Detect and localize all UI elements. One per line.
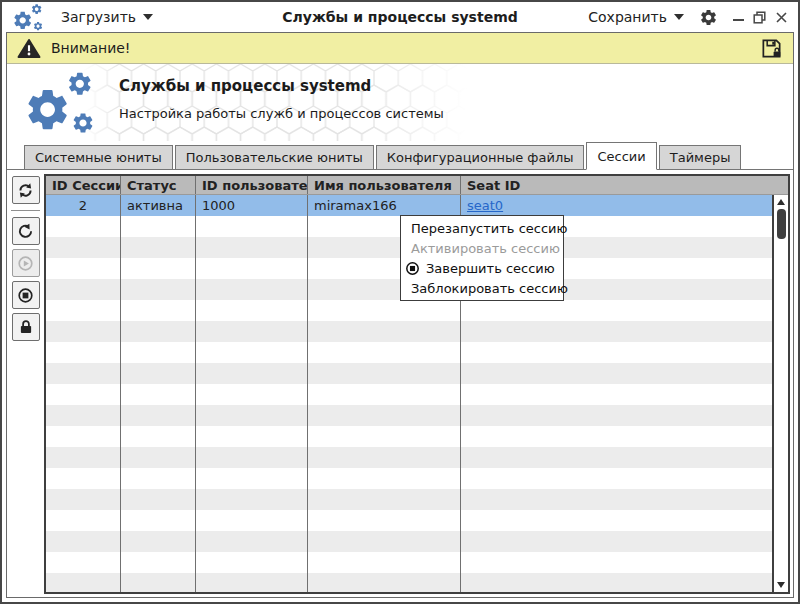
table-row[interactable] bbox=[46, 573, 772, 592]
save-menu-button[interactable]: Сохранить bbox=[588, 9, 684, 25]
lock-session-button[interactable] bbox=[12, 313, 40, 341]
session-toolbar bbox=[10, 174, 41, 594]
scrollbar-thumb[interactable] bbox=[777, 209, 786, 239]
seat-id-link[interactable]: seat0 bbox=[467, 198, 503, 213]
table-row-selected[interactable]: 2 активна 1000 miramax166 seat0 bbox=[46, 195, 772, 216]
menu-item-lock-session[interactable]: Заблокировать сессию bbox=[401, 278, 563, 298]
restore-icon[interactable] bbox=[753, 11, 766, 24]
cell-status: активна bbox=[121, 195, 196, 216]
menu-item-label: Завершить сессию bbox=[426, 261, 555, 276]
menu-item-activate-session[interactable]: Активировать сессию bbox=[401, 238, 563, 258]
app-logo-large-icon bbox=[23, 70, 99, 136]
warning-bar: Внимание! bbox=[7, 33, 793, 64]
tab-sessions[interactable]: Сессии bbox=[586, 142, 656, 170]
save-file-icon[interactable] bbox=[760, 37, 783, 60]
save-menu-label: Сохранить bbox=[588, 9, 667, 25]
tab-bar: Системные юниты Пользовательские юниты К… bbox=[7, 141, 793, 170]
column-header-user-id[interactable]: ID пользователя bbox=[196, 176, 308, 194]
content-frame: Внимание! bbox=[6, 32, 794, 598]
page-title: Службы и процессы systemd bbox=[119, 77, 444, 95]
restart-session-button[interactable] bbox=[12, 217, 40, 245]
activate-icon bbox=[17, 255, 34, 272]
menu-item-label: Активировать сессию bbox=[411, 241, 560, 256]
load-menu-button[interactable]: Загрузить bbox=[61, 9, 153, 25]
app-logo-icon bbox=[12, 3, 45, 32]
tab-user-units[interactable]: Пользовательские юниты bbox=[175, 145, 374, 170]
table-row[interactable] bbox=[46, 531, 772, 552]
tab-config-files[interactable]: Конфигурационные файлы bbox=[376, 145, 585, 170]
tab-system-units[interactable]: Системные юниты bbox=[24, 145, 173, 170]
close-icon[interactable] bbox=[775, 11, 788, 24]
menu-item-restart-session[interactable]: Перезапустить сессию bbox=[401, 218, 563, 238]
table-row[interactable] bbox=[46, 321, 772, 342]
tab-timers[interactable]: Таймеры bbox=[659, 145, 742, 170]
table-row[interactable] bbox=[46, 342, 772, 363]
table-row[interactable] bbox=[46, 552, 772, 573]
app-window: Службы и процессы systemd Загрузить Сохр… bbox=[0, 0, 800, 604]
table-row[interactable] bbox=[46, 489, 772, 510]
title-bar: Службы и процессы systemd Загрузить Сохр… bbox=[2, 2, 798, 32]
lock-icon bbox=[18, 319, 34, 335]
column-header-session-id[interactable]: ID Сессии bbox=[46, 176, 121, 194]
table-row[interactable] bbox=[46, 384, 772, 405]
table-row[interactable] bbox=[46, 468, 772, 489]
page-subtitle: Настройка работы служб и процессов систе… bbox=[119, 106, 444, 121]
cell-session-id: 2 bbox=[46, 195, 121, 216]
cell-user-name: miramax166 bbox=[308, 195, 461, 216]
table-row[interactable] bbox=[46, 363, 772, 384]
menu-item-label: Заблокировать сессию bbox=[411, 281, 568, 296]
column-header-user-name[interactable]: Имя пользователя bbox=[308, 176, 461, 194]
chevron-down-icon bbox=[674, 14, 684, 20]
restart-icon bbox=[17, 223, 34, 240]
table-row[interactable] bbox=[46, 300, 772, 321]
table-row[interactable] bbox=[46, 405, 772, 426]
terminate-icon bbox=[405, 261, 420, 276]
refresh-icon bbox=[17, 182, 34, 199]
vertical-scrollbar[interactable] bbox=[772, 195, 788, 592]
table-header: ID Сессии Статус ID пользователя Имя пол… bbox=[46, 176, 788, 195]
minimize-icon[interactable] bbox=[733, 19, 744, 21]
column-header-status[interactable]: Статус bbox=[121, 176, 196, 194]
warning-text: Внимание! bbox=[51, 40, 130, 56]
terminate-icon bbox=[17, 287, 34, 304]
menu-item-label: Перезапустить сессию bbox=[411, 221, 567, 236]
session-context-menu: Перезапустить сессию Активировать сессию… bbox=[400, 215, 564, 301]
table-row[interactable] bbox=[46, 510, 772, 531]
column-header-seat-id[interactable]: Seat ID bbox=[461, 176, 788, 194]
table-row[interactable] bbox=[46, 426, 772, 447]
menu-item-terminate-session[interactable]: Завершить сессию bbox=[401, 258, 563, 278]
activate-session-button[interactable] bbox=[12, 249, 40, 277]
page-header: Службы и процессы systemd Настройка рабо… bbox=[7, 64, 793, 141]
warning-icon bbox=[17, 38, 41, 59]
toolbar-separator bbox=[11, 210, 40, 211]
cell-user-id: 1000 bbox=[196, 195, 308, 216]
table-row[interactable] bbox=[46, 447, 772, 468]
gear-icon[interactable] bbox=[699, 8, 718, 27]
scroll-down-icon[interactable] bbox=[777, 582, 785, 588]
terminate-session-button[interactable] bbox=[12, 281, 40, 309]
scroll-up-icon[interactable] bbox=[777, 199, 785, 205]
refresh-button[interactable] bbox=[12, 176, 40, 204]
chevron-down-icon bbox=[143, 14, 153, 20]
load-menu-label: Загрузить bbox=[61, 9, 136, 25]
